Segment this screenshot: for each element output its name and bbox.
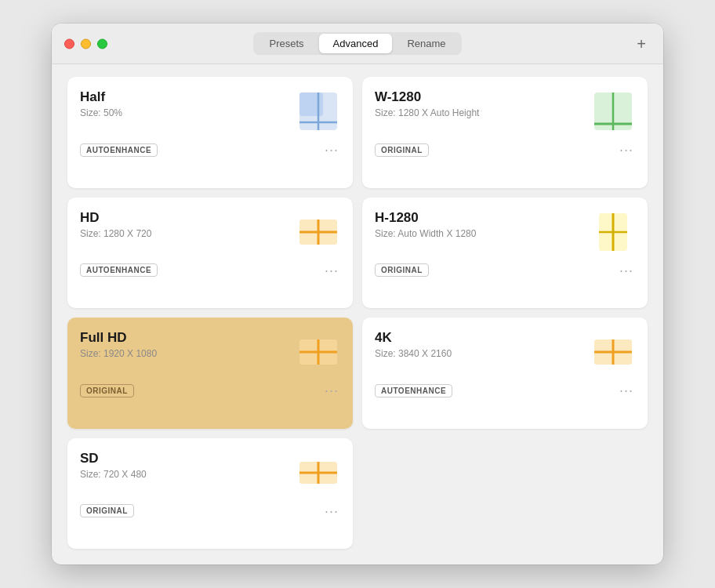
card-w1280-footer: ORIGINAL ··· bbox=[375, 143, 635, 157]
card-half-badge: AUTOENHANCE bbox=[80, 143, 158, 157]
card-w1280-size: Size: 1280 X Auto Height bbox=[375, 107, 479, 118]
card-hd-header: HD Size: 1280 X 720 bbox=[80, 210, 340, 254]
svg-rect-1 bbox=[299, 93, 323, 116]
card-4k-footer: AUTOENHANCE ··· bbox=[375, 383, 635, 397]
card-half-info: Half Size: 50% bbox=[80, 89, 122, 118]
card-h1280-badge: ORIGINAL bbox=[375, 263, 429, 277]
card-fullhd-size: Size: 1920 X 1080 bbox=[80, 348, 157, 359]
card-hd-footer: AUTOENHANCE ··· bbox=[80, 263, 340, 278]
card-h1280-title: H-1280 bbox=[375, 210, 476, 226]
card-fullhd-info: Full HD Size: 1920 X 1080 bbox=[80, 330, 157, 359]
minimize-button[interactable] bbox=[81, 38, 91, 49]
add-preset-button[interactable]: + bbox=[632, 34, 651, 53]
card-sd-header: SD Size: 720 X 480 bbox=[80, 451, 340, 495]
card-w1280-title: W-1280 bbox=[375, 89, 479, 105]
card-half-title: Half bbox=[80, 89, 122, 105]
card-sd-footer: ORIGINAL ··· bbox=[80, 504, 340, 518]
card-sd-size: Size: 720 X 480 bbox=[80, 469, 147, 480]
card-hd-more[interactable]: ··· bbox=[323, 263, 340, 278]
card-w1280[interactable]: W-1280 Size: 1280 X Auto Height ORIGINAL… bbox=[362, 77, 648, 188]
card-hd[interactable]: HD Size: 1280 X 720 AUTOENHANCE ··· bbox=[67, 198, 353, 309]
card-w1280-thumbnail bbox=[591, 89, 635, 133]
card-half[interactable]: Half Size: 50% AUTOENHANCE ··· bbox=[67, 77, 353, 188]
card-half-footer: AUTOENHANCE ··· bbox=[80, 143, 340, 157]
card-half-header: Half Size: 50% bbox=[80, 89, 340, 133]
tab-rename[interactable]: Rename bbox=[393, 34, 459, 53]
tab-group: Presets Advanced Rename bbox=[253, 32, 461, 55]
card-sd-badge: ORIGINAL bbox=[80, 504, 134, 517]
card-fullhd-header: Full HD Size: 1920 X 1080 bbox=[80, 330, 340, 374]
tab-advanced[interactable]: Advanced bbox=[319, 34, 393, 53]
card-sd[interactable]: SD Size: 720 X 480 ORIGINAL ··· bbox=[67, 438, 353, 550]
card-fullhd-title: Full HD bbox=[80, 330, 157, 346]
cards-grid: Half Size: 50% AUTOENHANCE ··· W-1280 bbox=[52, 64, 663, 564]
traffic-lights bbox=[64, 38, 107, 49]
card-hd-badge: AUTOENHANCE bbox=[80, 263, 158, 277]
card-h1280-footer: ORIGINAL ··· bbox=[375, 263, 635, 278]
card-4k-more[interactable]: ··· bbox=[618, 383, 635, 397]
card-4k-info: 4K Size: 3840 X 2160 bbox=[375, 330, 452, 359]
close-button[interactable] bbox=[64, 38, 74, 49]
card-fullhd-more[interactable]: ··· bbox=[323, 383, 340, 397]
card-4k-thumbnail bbox=[591, 330, 635, 374]
card-hd-title: HD bbox=[80, 210, 151, 226]
maximize-button[interactable] bbox=[97, 38, 107, 49]
titlebar: Presets Advanced Rename + bbox=[52, 24, 663, 64]
card-4k-title: 4K bbox=[375, 330, 452, 346]
card-h1280-info: H-1280 Size: Auto Width X 1280 bbox=[375, 210, 476, 239]
card-h1280-more[interactable]: ··· bbox=[618, 263, 635, 278]
card-fullhd-footer: ORIGINAL ··· bbox=[80, 383, 340, 397]
card-half-thumbnail bbox=[296, 89, 340, 133]
card-w1280-info: W-1280 Size: 1280 X Auto Height bbox=[375, 89, 479, 118]
card-fullhd-thumbnail bbox=[296, 330, 340, 374]
card-half-more[interactable]: ··· bbox=[323, 143, 340, 157]
card-w1280-more[interactable]: ··· bbox=[618, 143, 635, 157]
main-window: Presets Advanced Rename + Half Size: 50% bbox=[52, 24, 663, 564]
card-w1280-badge: ORIGINAL bbox=[375, 143, 429, 157]
card-hd-size: Size: 1280 X 720 bbox=[80, 228, 151, 239]
card-h1280[interactable]: H-1280 Size: Auto Width X 1280 ORIGINAL … bbox=[362, 198, 648, 309]
card-h1280-size: Size: Auto Width X 1280 bbox=[375, 228, 476, 239]
card-sd-info: SD Size: 720 X 480 bbox=[80, 451, 147, 480]
card-hd-thumbnail bbox=[296, 210, 340, 254]
card-h1280-thumbnail bbox=[591, 210, 635, 254]
card-4k[interactable]: 4K Size: 3840 X 2160 AUTOENHANCE ··· bbox=[362, 318, 648, 429]
card-4k-header: 4K Size: 3840 X 2160 bbox=[375, 330, 635, 374]
card-half-size: Size: 50% bbox=[80, 107, 122, 118]
card-hd-info: HD Size: 1280 X 720 bbox=[80, 210, 151, 239]
card-sd-thumbnail bbox=[296, 451, 340, 495]
card-4k-size: Size: 3840 X 2160 bbox=[375, 348, 452, 359]
card-4k-badge: AUTOENHANCE bbox=[375, 384, 452, 397]
card-sd-more[interactable]: ··· bbox=[323, 504, 340, 518]
card-fullhd[interactable]: Full HD Size: 1920 X 1080 ORIGINAL ··· bbox=[67, 318, 353, 429]
tab-presets[interactable]: Presets bbox=[255, 34, 318, 53]
card-sd-title: SD bbox=[80, 451, 147, 466]
card-h1280-header: H-1280 Size: Auto Width X 1280 bbox=[375, 210, 635, 254]
card-w1280-header: W-1280 Size: 1280 X Auto Height bbox=[375, 89, 635, 133]
card-fullhd-badge: ORIGINAL bbox=[80, 384, 134, 397]
